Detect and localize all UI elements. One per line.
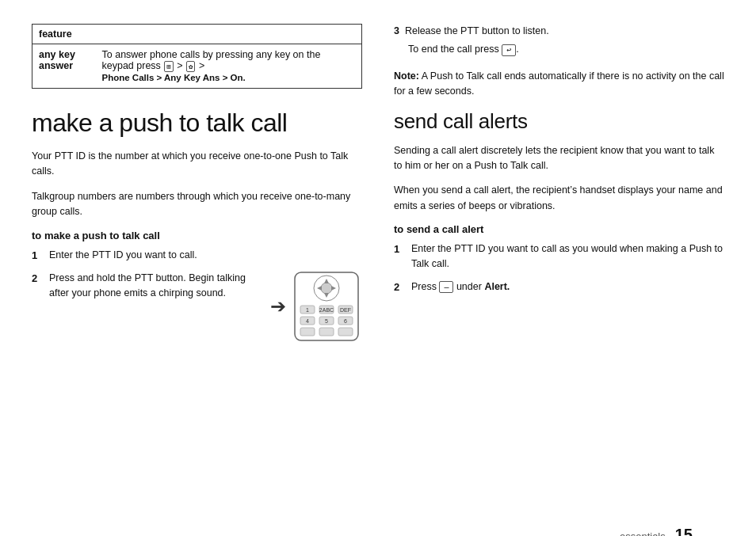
step-1-content: Enter the PTT ID you want to call. — [49, 248, 362, 263]
alerts-para-2: When you send a call alert, the recipien… — [394, 183, 724, 214]
alert-bold: Alert. — [484, 281, 510, 292]
svg-rect-19 — [300, 328, 315, 336]
svg-marker-3 — [324, 279, 329, 283]
step-3-sub: To end the call press ↩. — [408, 42, 724, 57]
alert-step-2: 2 Press — under Alert. — [394, 279, 724, 295]
step-1-number: 1 — [32, 248, 46, 264]
alerts-para-1: Sending a call alert discretely lets the… — [394, 143, 724, 174]
under-text: under — [456, 281, 484, 292]
page-wrapper: feature any keyanswer To answer phone ca… — [32, 24, 724, 536]
step-3-text: 3 Release the PTT button to listen. — [394, 24, 724, 39]
soft-key-icon: — — [439, 281, 453, 293]
intro-para-1: Your PTT ID is the number at which you r… — [32, 149, 362, 180]
svg-text:6: 6 — [344, 318, 347, 324]
svg-text:DEF: DEF — [340, 307, 351, 313]
step-1: 1 Enter the PTT ID you want to call. — [32, 248, 362, 264]
alert-steps-list: 1 Enter the PTT ID you want to call as y… — [394, 241, 724, 295]
phone-image-area: ➔ — [270, 271, 362, 342]
end-call-icon: ↩ — [502, 44, 516, 56]
sub-heading-make-call: to make a push to talk call — [32, 230, 362, 241]
step-2-text: Press and hold the PTT button. Begin tal… — [49, 271, 262, 302]
step-2: 2 Press and hold the PTT button. Begin t… — [32, 271, 362, 342]
sub-heading-send-alert: to send a call alert — [394, 223, 724, 235]
note-text: A Push to Talk call ends automatically i… — [394, 70, 724, 97]
right-column: 3 Release the PTT button to listen. To e… — [394, 24, 724, 350]
page-number: 15 — [675, 526, 693, 536]
steps-list: 1 Enter the PTT ID you want to call. 2 P… — [32, 248, 362, 343]
intro-para-2: Talkgroup numbers are numbers through wh… — [32, 189, 362, 220]
step-2-content: Press and hold the PTT button. Begin tal… — [49, 271, 362, 342]
alert-step-1: 1 Enter the PTT ID you want to call as y… — [394, 241, 724, 272]
phone-keypad-image: 1 2ABC DEF 4 5 6 — [291, 271, 362, 342]
alert-step-1-content: Enter the PTT ID you want to call as you… — [411, 241, 724, 272]
press-text: Press — [411, 281, 437, 292]
svg-text:2ABC: 2ABC — [319, 307, 334, 313]
svg-text:1: 1 — [306, 307, 309, 313]
svg-text:4: 4 — [306, 318, 309, 324]
svg-point-2 — [321, 283, 332, 294]
end-call-text: To end the call press — [408, 44, 499, 55]
step-3-release-text: Release the PTT button to listen. — [405, 25, 549, 36]
alert-step-2-content: Press — under Alert. — [411, 279, 724, 295]
section-heading-alerts: send call alerts — [394, 109, 724, 134]
feature-key: any keyanswer — [32, 44, 96, 89]
step-3-number-label: 3 — [394, 25, 399, 36]
left-column: feature any keyanswer To answer phone ca… — [32, 24, 362, 350]
settings-icon: ✿ — [186, 61, 195, 72]
footer: essentials 15 — [620, 526, 693, 536]
alert-step-2-number: 2 — [394, 279, 408, 295]
svg-text:5: 5 — [325, 318, 328, 324]
feature-table-header: feature — [32, 25, 362, 44]
svg-marker-5 — [317, 286, 322, 291]
feature-table: feature any keyanswer To answer phone ca… — [32, 24, 362, 89]
alert-step-1-number: 1 — [394, 241, 408, 257]
arrow-icon: ➔ — [270, 292, 286, 321]
table-row: any keyanswer To answer phone calls by p… — [32, 44, 362, 89]
page-layout: feature any keyanswer To answer phone ca… — [32, 24, 724, 350]
feature-value: To answer phone calls by pressing any ke… — [96, 44, 362, 89]
svg-marker-6 — [331, 286, 336, 291]
note-paragraph: Note: A Push to Talk call ends automatic… — [394, 69, 724, 100]
svg-marker-4 — [324, 293, 329, 298]
step-2-number: 2 — [32, 271, 46, 287]
main-heading: make a push to talk call — [32, 108, 362, 138]
svg-rect-20 — [319, 328, 334, 336]
phone-calls-text: Phone Calls > Any Key Ans > On. — [102, 73, 246, 82]
footer-label: essentials — [620, 530, 666, 536]
svg-rect-21 — [338, 328, 353, 336]
menu-icon: ⊞ — [164, 61, 173, 72]
note-label: Note: — [394, 70, 419, 82]
